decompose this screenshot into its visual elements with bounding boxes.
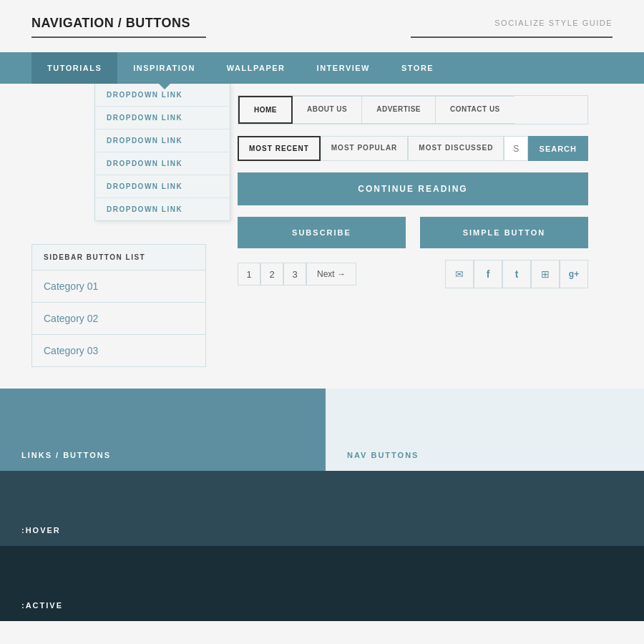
sidebar-list-item-1[interactable]: Category 01 [32, 270, 205, 303]
hover-label: :HOVER [21, 526, 623, 535]
sidebar-list-header: SIDEBAR BUTTON LIST [32, 245, 205, 270]
active-swatch: :ACTIVE [0, 546, 644, 621]
search-input[interactable] [504, 136, 527, 161]
simple-button[interactable]: SIMPLE BUTTON [420, 217, 588, 248]
nav-buttons-swatch: NAV BUTTONS [326, 389, 644, 471]
dropdown-item-3[interactable]: DROPDOWN LINK [95, 130, 230, 152]
social-icons: ✉ f t ⊞ g+ [445, 260, 588, 288]
page-subtitle: SOCIALIZE STYLE GUIDE [494, 19, 613, 27]
sub-nav-home[interactable]: HOME [238, 96, 293, 124]
nav-buttons-label: NAV BUTTONS [347, 451, 623, 459]
page-3[interactable]: 3 [283, 263, 306, 286]
nav-item-inspiration[interactable]: INSPIRATION [117, 52, 211, 84]
links-buttons-label: LINKS / BUTTONS [21, 451, 304, 459]
subscribe-button[interactable]: SUBSCRIBE [238, 217, 406, 248]
sidebar-list-item-2[interactable]: Category 02 [32, 303, 205, 335]
page-2[interactable]: 2 [260, 263, 283, 286]
social-facebook-icon[interactable]: f [474, 260, 502, 288]
social-email-icon[interactable]: ✉ [445, 260, 474, 288]
social-instagram-icon[interactable]: ⊞ [531, 260, 560, 288]
dropdown-item-2[interactable]: DROPDOWN LINK [95, 107, 230, 130]
dropdown-menu: DROPDOWN LINK DROPDOWN LINK DROPDOWN LIN… [94, 84, 230, 221]
page-title: NAVIGATION / BUTTONS [31, 16, 190, 31]
filter-tab-recent[interactable]: MOST RECENT [238, 136, 321, 161]
sub-nav: HOME ABOUT US ADVERTISE CONTACT US [238, 95, 588, 125]
pagination: 1 2 3 Next → [238, 263, 356, 286]
dropdown-item-4[interactable]: DROPDOWN LINK [95, 152, 230, 175]
sub-nav-advertise[interactable]: ADVERTISE [362, 96, 436, 124]
navbar: TUTORIALS INSPIRATION WALLPAPER INTERVIE… [0, 52, 644, 84]
active-label: :ACTIVE [21, 601, 623, 610]
filter-tab-popular[interactable]: MOST POPULAR [321, 136, 409, 161]
social-twitter-icon[interactable]: t [502, 260, 531, 288]
sidebar-list-item-3[interactable]: Category 03 [32, 335, 205, 366]
nav-item-tutorials[interactable]: TUTORIALS [31, 52, 117, 84]
filter-tab-discussed[interactable]: MOST DISCUSSED [408, 136, 504, 161]
sub-nav-about[interactable]: ABOUT US [293, 96, 362, 124]
links-buttons-swatch: LINKS / BUTTONS [0, 389, 326, 471]
page-next[interactable]: Next → [306, 263, 356, 286]
nav-item-interview[interactable]: INTERVIEW [301, 52, 386, 84]
dropdown-item-5[interactable]: DROPDOWN LINK [95, 175, 230, 198]
hover-swatch: :HOVER [0, 471, 644, 546]
nav-item-store[interactable]: STORE [386, 52, 449, 84]
filter-search-row: MOST RECENT MOST POPULAR MOST DISCUSSED … [238, 136, 588, 161]
page-1[interactable]: 1 [238, 263, 260, 286]
continue-reading-button[interactable]: CONTINUE READING [238, 172, 588, 205]
search-button[interactable]: SEARCH [528, 136, 588, 161]
social-gplus-icon[interactable]: g+ [560, 260, 588, 288]
nav-item-wallpaper[interactable]: WALLPAPER [211, 52, 301, 84]
sidebar-list: SIDEBAR BUTTON LIST Category 01 Category… [31, 244, 206, 367]
sub-nav-contact[interactable]: CONTACT US [436, 96, 514, 124]
dropdown-item-6[interactable]: DROPDOWN LINK [95, 198, 230, 220]
